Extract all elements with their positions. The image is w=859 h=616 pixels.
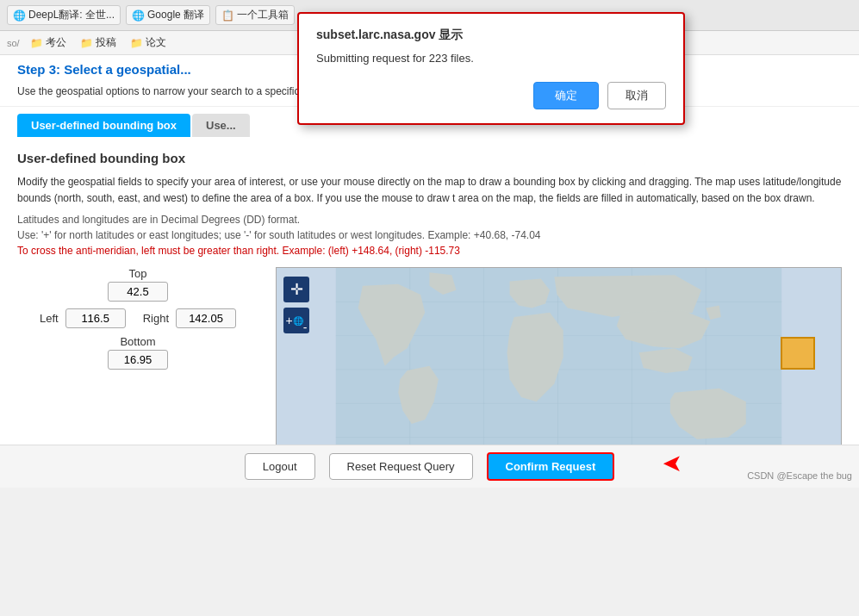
panel-title: User-defined bounding box — [17, 151, 842, 165]
logout-button[interactable]: Logout — [245, 453, 315, 480]
left-label: Left — [40, 312, 59, 325]
extensions-area: 🌐 DeepL翻译: 全世... 🌐 Google 翻译 📋 一个工具箱 — [7, 5, 295, 25]
right-label: Right — [143, 312, 169, 325]
right-coord-group: Right — [143, 308, 236, 328]
map-selection-box — [781, 337, 815, 370]
content-panel: User-defined bounding box Modify the geo… — [0, 137, 859, 488]
bottom-label: Bottom — [120, 335, 155, 348]
google-translate-extension[interactable]: 🌐 Google 翻译 — [126, 5, 210, 25]
google-translate-icon: 🌐 — [132, 9, 145, 22]
info-line-plus: Use: '+' for north latitudes or east lon… — [17, 229, 842, 241]
toolbox-extension[interactable]: 📋 一个工具箱 — [215, 5, 295, 25]
dialog-title: subset.larc.nasa.gov 显示 — [316, 28, 666, 43]
map-move-button[interactable]: ✛ — [283, 277, 309, 302]
lr-coord-row: Left Right — [17, 308, 258, 328]
dialog-ok-button[interactable]: 确定 — [533, 82, 599, 109]
folder-icon: 📁 — [130, 37, 143, 49]
top-label: Top — [129, 267, 147, 280]
bookmark-tougao[interactable]: 📁 投稿 — [77, 34, 120, 52]
tab-use[interactable]: Use... — [192, 114, 250, 137]
info-line-dd: Latitudes and longitudes are in Decimal … — [17, 214, 842, 226]
panel-description: Modify the geospatial fields to specify … — [17, 174, 842, 207]
map-section: ✛ +🌐- (-97.80, -35.32) — [276, 267, 842, 474]
tab-user-defined-bbox[interactable]: User-defined bounding box — [17, 114, 190, 137]
bookmark-lunwen[interactable]: 📁 论文 — [127, 34, 170, 52]
map-zoom-in-button[interactable]: +🌐- — [283, 308, 309, 333]
red-arrow-indicator: ➤ — [663, 449, 682, 477]
top-input[interactable] — [108, 282, 168, 302]
world-map-svg — [277, 268, 841, 473]
bottom-coord-row: Bottom — [17, 335, 258, 370]
dialog-message: Submitting request for 223 files. — [316, 52, 666, 65]
dialog-box: subset.larc.nasa.gov 显示 Submitting reque… — [297, 12, 685, 125]
top-coord-group: Top — [108, 267, 168, 302]
bottom-bar: Logout Reset Request Query Confirm Reque… — [0, 445, 859, 488]
top-coord-row: Top — [17, 267, 258, 302]
coords-section: Top Left Right — [17, 267, 258, 474]
dialog-cancel-button[interactable]: 取消 — [607, 82, 666, 109]
bottom-coord-group: Bottom — [108, 335, 168, 370]
confirm-request-button[interactable]: Confirm Request — [487, 452, 615, 481]
map-controls: ✛ +🌐- — [283, 277, 309, 333]
bottom-input[interactable] — [108, 350, 168, 370]
folder-icon: 📁 — [80, 37, 93, 49]
toolbox-icon: 📋 — [221, 9, 234, 22]
reset-button[interactable]: Reset Request Query — [329, 453, 473, 480]
left-coord-group: Left — [40, 308, 126, 328]
folder-icon: 📁 — [30, 37, 43, 49]
bookmarks-label: so/ — [7, 38, 20, 48]
csdn-watermark: CSDN @Escape the bug — [747, 470, 852, 481]
dialog-buttons: 确定 取消 — [316, 82, 666, 109]
deepl-icon: 🌐 — [13, 9, 26, 22]
left-input[interactable] — [65, 308, 126, 328]
deepl-extension[interactable]: 🌐 DeepL翻译: 全世... — [7, 5, 121, 25]
bookmark-kaogong[interactable]: 📁 考公 — [27, 34, 70, 52]
coords-map-container: Top Left Right — [17, 267, 842, 474]
right-input[interactable] — [176, 308, 236, 328]
info-line-meridian: To cross the anti-meridian, left must be… — [17, 245, 842, 257]
map-background[interactable]: ✛ +🌐- (-97.80, -35.32) — [276, 267, 842, 474]
